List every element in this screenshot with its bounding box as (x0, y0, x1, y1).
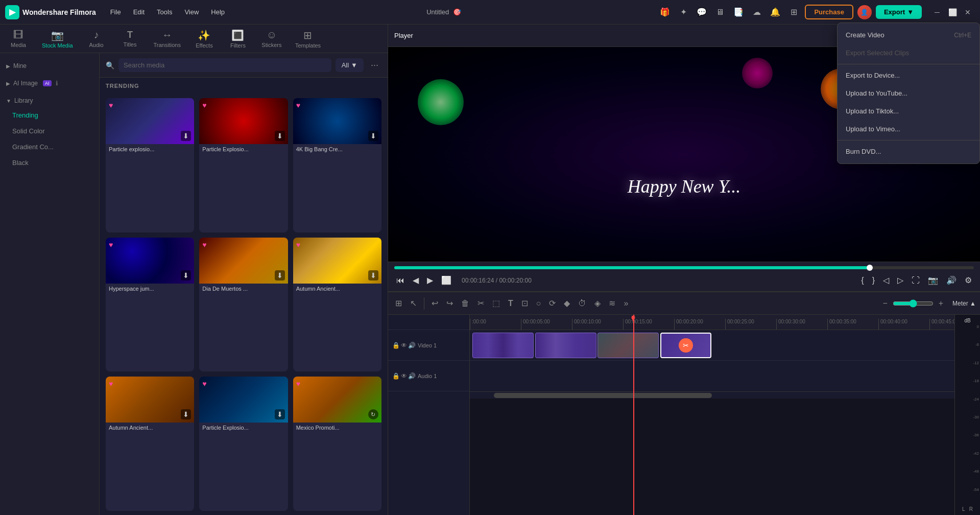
eye-icon[interactable]: 👁 (401, 342, 407, 349)
menu-help[interactable]: Help (206, 6, 230, 18)
more-options-button[interactable]: ··· (368, 59, 381, 72)
mark-in-button[interactable]: { (859, 274, 866, 287)
sidebar-header-ai-image[interactable]: ▶ AI Image AI ℹ (0, 77, 99, 90)
menu-file[interactable]: File (105, 6, 126, 18)
menu-tools[interactable]: Tools (152, 6, 177, 18)
tab-titles[interactable]: T Titles (114, 27, 147, 51)
text-button[interactable]: T (505, 297, 516, 310)
crop-button[interactable]: ⬚ (489, 296, 503, 310)
tab-transitions[interactable]: ↔ Transitions (148, 26, 187, 51)
minimize-button[interactable]: ─ (930, 5, 944, 19)
audio-mix-button[interactable]: ≋ (606, 296, 618, 310)
settings-button[interactable]: ⚙ (963, 273, 974, 287)
next-mark-button[interactable]: ▷ (895, 273, 905, 287)
motion-button[interactable]: ⟳ (546, 296, 559, 310)
zoom-in-button[interactable]: + (936, 297, 946, 310)
cloud-icon[interactable]: ☁ (750, 5, 764, 19)
more-tools-button[interactable]: » (620, 297, 631, 310)
sidebar-item-gradient[interactable]: Gradient Co... (2, 139, 97, 155)
avatar[interactable]: 👤 (857, 5, 872, 19)
search-input[interactable] (118, 58, 331, 72)
magic-icon[interactable]: ✦ (676, 5, 690, 19)
bookmark-icon[interactable]: 📑 (731, 5, 746, 19)
frame-back-button[interactable]: ◀ (411, 273, 421, 287)
add-track-button[interactable]: ⊞ (392, 296, 405, 310)
purchase-button[interactable]: Purchase (805, 5, 853, 19)
media-card[interactable]: ♥ ⬇ Autumn Ancient... (293, 238, 381, 372)
clip-selected[interactable]: ✂ (660, 333, 711, 358)
tab-filters[interactable]: 🔳 Filters (222, 26, 254, 52)
media-card[interactable]: ♥ ⬇ 4K Big Bang Cre... (293, 98, 381, 232)
menu-view[interactable]: View (179, 6, 204, 18)
lock-icon[interactable]: 🔒 (392, 342, 400, 349)
volume-icon[interactable]: 🔊 (408, 342, 416, 349)
split-button[interactable]: ✂ (474, 296, 487, 310)
media-card[interactable]: ♥ ⬇ Particle explosio... (106, 98, 194, 232)
tab-stock-media[interactable]: 📷 Stock Media (36, 26, 79, 52)
dropdown-item-upload-youtube[interactable]: Upload to YouTube... (838, 84, 979, 102)
sidebar-item-trending[interactable]: Trending (2, 107, 97, 123)
dropdown-item-upload-tiktok[interactable]: Upload to Tiktok... (838, 102, 979, 120)
play-button[interactable]: ▶ (425, 273, 435, 287)
playhead[interactable]: ▼ (633, 315, 634, 515)
tab-templates[interactable]: ⊞ Templates (289, 26, 327, 52)
media-card[interactable]: ♥ ⬇ Hyperspace jum... (106, 238, 194, 372)
sidebar-item-solid-color[interactable]: Solid Color (2, 123, 97, 139)
skip-back-button[interactable]: ⏮ (394, 274, 407, 287)
snapshot-button[interactable]: 📷 (926, 273, 940, 287)
redo-button[interactable]: ↪ (443, 296, 456, 310)
export-button[interactable]: Export ▼ (876, 5, 922, 19)
chat-icon[interactable]: 💬 (695, 5, 709, 19)
zoom-out-button[interactable]: − (879, 297, 890, 310)
dropdown-item-export-device[interactable]: Export to Device... (838, 66, 979, 84)
sidebar-header-library[interactable]: ▼ Library (0, 94, 99, 107)
audio-button[interactable]: 🔊 (944, 273, 959, 287)
scrollbar-thumb[interactable] (494, 393, 712, 398)
select-tool-button[interactable]: ↖ (407, 296, 420, 310)
fullscreen-button[interactable]: ⛶ (910, 274, 922, 287)
dropdown-item-burn-dvd[interactable]: Burn DVD... (838, 143, 979, 160)
speed-button[interactable]: ⏱ (575, 297, 589, 310)
volume-icon[interactable]: 🔊 (408, 372, 416, 380)
grid-icon[interactable]: ⊞ (786, 5, 801, 19)
progress-bar[interactable] (394, 266, 974, 269)
eye-icon[interactable]: 👁 (401, 372, 407, 380)
clip[interactable] (597, 333, 659, 358)
gift-icon[interactable]: 🎁 (658, 5, 672, 19)
media-card[interactable]: ♥ ⬇ Dia De Muertos ... (199, 238, 288, 372)
clip[interactable] (535, 333, 596, 358)
bell-icon[interactable]: 🔔 (768, 5, 782, 19)
transform-button[interactable]: ⊡ (518, 296, 531, 310)
tab-stickers[interactable]: ☺ Stickers (255, 26, 288, 51)
color-button[interactable]: ◈ (591, 296, 604, 310)
stop-button[interactable]: ⬜ (439, 273, 453, 287)
maximize-button[interactable]: ⬜ (945, 5, 960, 19)
sidebar-item-black[interactable]: Black (2, 155, 97, 171)
media-card[interactable]: ♥ ⬇ Autumn Ancient... (106, 377, 194, 511)
tab-effects[interactable]: ✨ Effects (188, 26, 221, 52)
timeline-scrollbar[interactable] (470, 391, 954, 399)
delete-button[interactable]: 🗑 (458, 297, 472, 310)
monitor-icon[interactable]: 🖥 (713, 5, 727, 19)
media-card[interactable]: ♥ ↻ Mexico Promoti... (293, 377, 381, 511)
zoom-slider[interactable] (893, 299, 934, 308)
media-card[interactable]: ♥ ⬇ Particle Explosio... (199, 377, 288, 511)
prev-mark-button[interactable]: ◁ (881, 273, 891, 287)
undo-button[interactable]: ↩ (428, 296, 441, 310)
tab-media[interactable]: 🎞 Media (2, 26, 35, 51)
media-card[interactable]: ♥ ⬇ Particle Explosio... (199, 98, 288, 232)
progress-thumb[interactable] (867, 265, 873, 271)
close-button[interactable]: ✕ (961, 5, 975, 19)
tab-audio[interactable]: ♪ Audio (80, 26, 113, 51)
dropdown-item-create-video[interactable]: Create Video Ctrl+E (838, 26, 979, 44)
lock-icon[interactable]: 🔒 (392, 372, 400, 380)
filter-button[interactable]: All ▼ (336, 58, 364, 72)
mark-out-button[interactable]: } (870, 274, 877, 287)
clip[interactable] (472, 333, 534, 358)
sidebar-header-mine[interactable]: ▶ Mine (0, 59, 99, 73)
keyframe-button[interactable]: ◆ (561, 296, 573, 310)
dropdown-item-upload-vimeo[interactable]: Upload to Vimeo... (838, 120, 979, 138)
mask-button[interactable]: ○ (533, 297, 544, 310)
menu-edit[interactable]: Edit (128, 6, 150, 18)
time-ruler[interactable]: :00:00 00:00:05:00 00:00:10:00 00:00:15:… (470, 315, 954, 330)
